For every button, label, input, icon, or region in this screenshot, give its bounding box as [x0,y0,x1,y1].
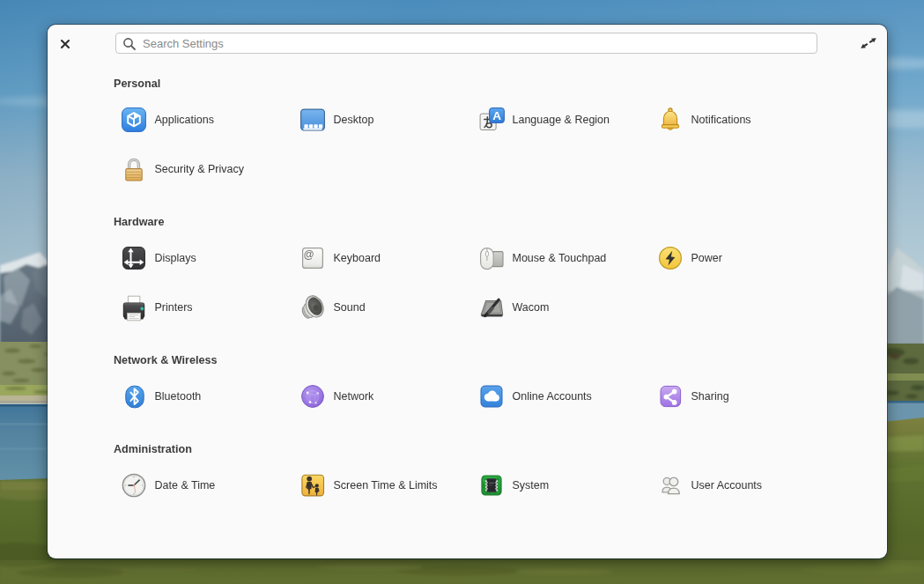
svg-text:A: A [492,109,501,122]
svg-text:@: @ [304,248,314,261]
